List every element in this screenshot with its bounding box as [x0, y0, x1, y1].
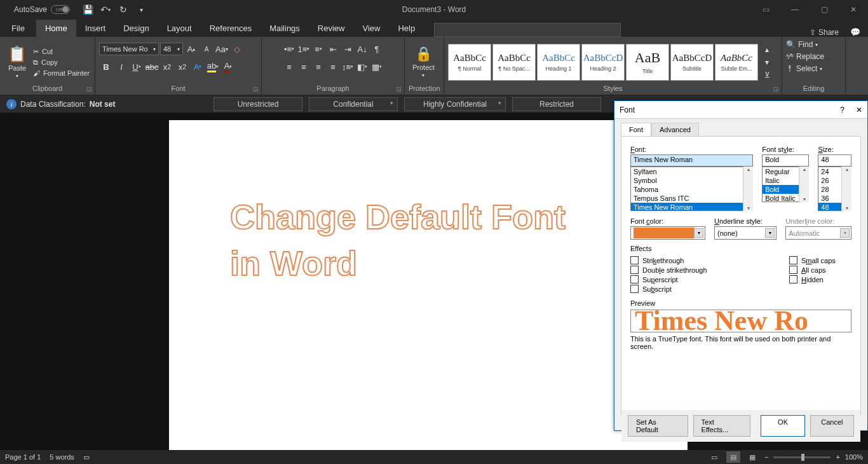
font-color-dropdown[interactable]: ▾ [630, 226, 705, 240]
share-button[interactable]: ⇪Share [810, 28, 839, 37]
indent-dec-icon[interactable]: ⇤ [326, 42, 340, 56]
paragraph-launcher-icon[interactable]: ◲ [396, 86, 402, 92]
indent-inc-icon[interactable]: ⇥ [341, 42, 355, 56]
size-list-scrollbar[interactable]: ▴▾ [841, 167, 851, 211]
style-list-scrollbar[interactable]: ▴▾ [799, 167, 809, 202]
font-name-list[interactable]: SylfaenSymbolTahomaTempus Sans ITCTimes … [630, 167, 753, 211]
align-left-icon[interactable]: ≡ [282, 60, 296, 74]
tab-home[interactable]: Home [36, 20, 76, 37]
font-launcher-icon[interactable]: ◲ [253, 86, 259, 92]
font-option[interactable]: Tempus Sans ITC [631, 194, 752, 203]
minimize-button[interactable]: — [780, 0, 810, 19]
document-text[interactable]: Change Default Font in Word [230, 194, 566, 287]
sort-icon[interactable]: A↓ [355, 42, 369, 56]
styles-launcher-icon[interactable]: ◲ [773, 86, 779, 92]
style-heading2[interactable]: AaBbCcDHeading 2 [581, 44, 625, 81]
style-subtleem[interactable]: AaBbCcSubtle Em... [715, 44, 758, 81]
status-words[interactable]: 5 words [50, 453, 74, 461]
font-color-icon[interactable]: A▾ [221, 60, 235, 74]
align-center-icon[interactable]: ≡ [297, 60, 311, 74]
zoom-slider[interactable] [773, 456, 831, 458]
style-normal[interactable]: AaBbCc¶ Normal [448, 44, 491, 81]
view-read-icon[interactable]: ▭ [707, 451, 721, 463]
text-effects-button[interactable]: Text Effects... [693, 415, 751, 437]
italic-button[interactable]: I [114, 60, 128, 74]
chk-all-caps[interactable]: All caps [789, 266, 836, 274]
font-size-combo[interactable]: 48▾ [160, 43, 183, 55]
save-icon[interactable]: 💾 [80, 2, 95, 17]
font-name-input[interactable]: Times New Roman [630, 154, 753, 167]
ribbon-options-icon[interactable]: ▭ [751, 0, 780, 19]
ok-button[interactable]: OK [761, 415, 804, 437]
set-default-button[interactable]: Set As Default [628, 415, 688, 437]
chk-small-caps[interactable]: Small caps [789, 256, 836, 264]
font-list-scrollbar[interactable]: ▴▾ [743, 167, 753, 211]
undo-icon[interactable]: ↶▾ [98, 2, 113, 17]
autosave-toggle[interactable]: AutoSave Off [0, 5, 75, 14]
dialog-close-button[interactable]: ✕ [856, 106, 862, 114]
text-effects-icon[interactable]: A▾ [191, 60, 205, 74]
find-button[interactable]: 🔍Find▾ [786, 39, 818, 50]
class-restricted[interactable]: Restricted [512, 97, 601, 111]
show-marks-icon[interactable]: ¶ [370, 42, 384, 56]
line-spacing-icon[interactable]: ↕≡▾ [341, 60, 355, 74]
close-button[interactable]: ✕ [839, 0, 868, 19]
align-right-icon[interactable]: ≡ [311, 60, 325, 74]
tab-design[interactable]: Design [114, 20, 158, 37]
highlight-icon[interactable]: ab▾ [206, 60, 220, 74]
style-nospac[interactable]: AaBbCc¶ No Spac... [492, 44, 536, 81]
select-button[interactable]: ⭱Select▾ [786, 64, 822, 74]
clipboard-launcher-icon[interactable]: ◲ [86, 86, 92, 92]
bold-button[interactable]: B [99, 60, 113, 74]
tab-view[interactable]: View [353, 20, 389, 37]
chk-hidden[interactable]: Hidden [789, 275, 836, 283]
superscript-button[interactable]: x2 [175, 60, 189, 74]
status-page[interactable]: Page 1 of 1 [5, 453, 41, 461]
document-page[interactable]: Change Default Font in Word [169, 120, 688, 450]
view-print-icon[interactable]: ▤ [726, 451, 740, 463]
grow-font-icon[interactable]: A▴ [184, 42, 198, 56]
font-name-combo[interactable]: Times New Ro▾ [99, 43, 159, 55]
cancel-button[interactable]: Cancel [810, 415, 854, 437]
subscript-button[interactable]: x2 [160, 60, 174, 74]
numbering-icon[interactable]: 1≡▾ [297, 42, 311, 56]
class-highly-confidential[interactable]: Highly Confidential [404, 97, 506, 111]
tab-file[interactable]: File [0, 20, 36, 37]
shading-icon[interactable]: ◧▾ [355, 60, 369, 74]
multilevel-icon[interactable]: ≡▾ [311, 42, 325, 56]
tab-mailings[interactable]: Mailings [261, 20, 309, 37]
bullets-icon[interactable]: •≡▾ [282, 42, 296, 56]
paste-button[interactable]: 📋 Paste ▾ [4, 44, 31, 80]
redo-icon[interactable]: ↻ [116, 2, 131, 17]
font-style-input[interactable]: Bold [762, 154, 809, 167]
status-proof-icon[interactable]: ▭ [83, 453, 90, 461]
chk-superscript[interactable]: Superscript [630, 275, 789, 283]
zoom-in-button[interactable]: + [836, 453, 839, 461]
chk-double-strike[interactable]: Double strikethrough [630, 266, 789, 274]
styles-up-icon[interactable]: ▴ [761, 43, 773, 56]
underline-style-dropdown[interactable]: (none)▾ [714, 226, 776, 240]
tab-layout[interactable]: Layout [158, 20, 201, 37]
chk-subscript[interactable]: Subscript [630, 285, 789, 293]
dialog-tab-font[interactable]: Font [621, 123, 651, 136]
dialog-help-button[interactable]: ? [840, 106, 844, 114]
style-subtitle[interactable]: AaBbCcDSubtitle [670, 44, 714, 81]
replace-button[interactable]: ᵃ⁄ᵇReplace [786, 51, 824, 62]
style-title[interactable]: AaBTitle [626, 44, 669, 81]
style-heading1[interactable]: AaBbCcHeading 1 [537, 44, 580, 81]
tab-help[interactable]: Help [389, 20, 424, 37]
qat-more-icon[interactable]: ▾ [133, 2, 149, 17]
protect-button[interactable]: 🔒Protect▾ [409, 44, 438, 79]
justify-icon[interactable]: ≡ [326, 60, 340, 74]
styles-down-icon[interactable]: ▾ [761, 56, 773, 69]
tab-insert[interactable]: Insert [76, 20, 115, 37]
chk-strikethrough[interactable]: Strikethrough [630, 256, 789, 264]
dialog-tab-advanced[interactable]: Advanced [651, 123, 699, 136]
view-web-icon[interactable]: ▦ [745, 451, 759, 463]
font-option[interactable]: Tahoma [631, 185, 752, 194]
cut-button[interactable]: ✂ Cut [33, 48, 90, 56]
tell-me-search[interactable] [434, 23, 621, 37]
strike-button[interactable]: abc [145, 60, 159, 74]
zoom-out-button[interactable]: − [764, 453, 768, 461]
maximize-button[interactable]: ▢ [810, 0, 839, 19]
